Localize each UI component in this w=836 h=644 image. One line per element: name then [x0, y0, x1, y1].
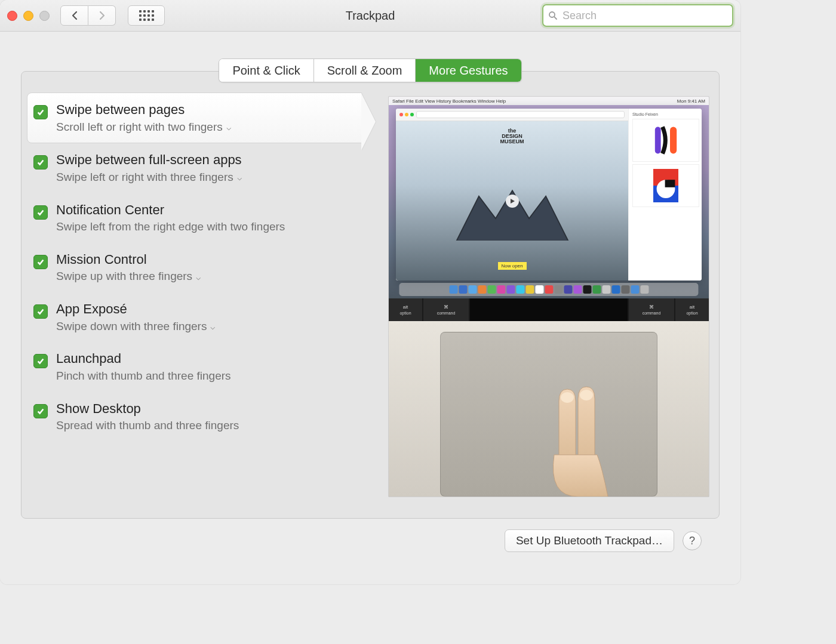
preview-dock: [399, 283, 698, 296]
minimize-button[interactable]: [23, 11, 33, 21]
setup-bluetooth-button[interactable]: Set Up Bluetooth Trackpad…: [505, 529, 674, 552]
gesture-subtitle-menu[interactable]: Swipe left or right with three fingers⌵: [56, 170, 356, 185]
gesture-subtitle-menu[interactable]: Swipe up with three fingers⌵: [56, 269, 356, 284]
svg-line-1: [554, 17, 557, 19]
checkbox[interactable]: [33, 205, 48, 220]
preview-hand-icon: [542, 383, 614, 497]
key-command: ⌘command: [629, 298, 674, 321]
footer: Set Up Bluetooth Trackpad… ?: [21, 519, 720, 566]
preview-site-title: the DESIGN MUSEUM: [500, 128, 524, 144]
show-all-button[interactable]: [128, 5, 165, 26]
zoom-button: [39, 11, 50, 21]
chevron-down-icon: ⌵: [210, 321, 215, 332]
gesture-title: Launchpad: [56, 350, 356, 368]
preview-browser-toolbar: [396, 109, 628, 121]
gesture-notification-center[interactable]: Notification Center Swipe left from the …: [27, 193, 362, 243]
preview-keyboard: altoption ⌘command ⌘command altoption: [389, 298, 709, 321]
checkbox[interactable]: [33, 105, 48, 119]
key-command: ⌘command: [423, 298, 469, 321]
tab-bar: Point & Click Scroll & Zoom More Gesture…: [21, 58, 720, 82]
tab-more-gestures[interactable]: More Gestures: [416, 59, 521, 82]
preview-menubar: Safari File Edit View History Bookmarks …: [389, 97, 709, 105]
close-button[interactable]: [7, 11, 17, 21]
check-icon: [36, 258, 45, 266]
gesture-launchpad[interactable]: Launchpad Pinch with thumb and three fin…: [27, 342, 362, 392]
help-button[interactable]: ?: [683, 531, 702, 550]
gesture-mission-control[interactable]: Mission Control Swipe up with three fing…: [27, 243, 362, 292]
preview-browser-window: the DESIGN MUSEUM Now open: [396, 109, 702, 281]
gesture-swipe-pages[interactable]: Swipe between pages Scroll left or right…: [27, 93, 362, 143]
gesture-title: Swipe between full-screen apps: [56, 152, 356, 169]
titlebar: Trackpad: [0, 0, 740, 32]
check-icon: [36, 158, 45, 167]
svg-point-10: [580, 390, 593, 400]
nav-buttons: [60, 5, 116, 26]
gesture-subtitle: Pinch with thumb and three fingers: [56, 369, 356, 384]
preview-image: Safari File Edit View History Bookmarks …: [388, 96, 709, 497]
checkbox[interactable]: [33, 155, 48, 170]
chevron-down-icon: ⌵: [196, 272, 201, 282]
content-area: Point & Click Scroll & Zoom More Gesture…: [0, 32, 740, 584]
gesture-show-desktop[interactable]: Show Desktop Spread with thumb and three…: [27, 392, 362, 442]
gesture-title: Mission Control: [56, 251, 356, 269]
play-icon: [506, 195, 519, 208]
gesture-preview: Safari File Edit View History Bookmarks …: [362, 93, 719, 497]
preview-browser-sidebar: Studio Feixen: [628, 109, 702, 281]
gestures-panel: Swipe between pages Scroll left or right…: [21, 71, 720, 519]
svg-point-9: [561, 392, 574, 403]
gesture-subtitle: Spread with thumb and three fingers: [56, 418, 356, 433]
gesture-subtitle-menu[interactable]: Scroll left or right with two fingers⌵: [56, 120, 355, 135]
gesture-title: Swipe between pages: [56, 101, 355, 119]
preview-webpage: the DESIGN MUSEUM Now open: [396, 121, 628, 281]
preview-screen: Safari File Edit View History Bookmarks …: [389, 97, 709, 298]
preferences-window: Trackpad Point & Click Scroll & Zoom Mor…: [0, 0, 740, 584]
search-input[interactable]: [561, 9, 727, 23]
checkbox[interactable]: [33, 255, 48, 269]
gesture-subtitle-menu[interactable]: Swipe down with three fingers⌵: [56, 319, 356, 334]
check-icon: [36, 108, 45, 116]
check-icon: [36, 357, 45, 365]
key-alt: altoption: [675, 298, 709, 321]
traffic-lights: [7, 11, 50, 21]
preview-thumbnail: [632, 119, 699, 162]
key-alt: altoption: [389, 298, 422, 321]
chevron-left-icon: [71, 11, 78, 20]
gesture-list: Swipe between pages Scroll left or right…: [21, 93, 362, 497]
svg-rect-4: [670, 127, 677, 154]
chevron-right-icon: [99, 11, 106, 20]
checkbox[interactable]: [33, 304, 48, 319]
gesture-title: Notification Center: [56, 202, 356, 219]
svg-rect-8: [665, 180, 675, 187]
gesture-app-expose[interactable]: App Exposé Swipe down with three fingers…: [27, 292, 362, 342]
preview-thumbnail: [632, 164, 699, 207]
chevron-down-icon: ⌵: [226, 122, 231, 133]
search-icon: [548, 11, 558, 20]
preview-building-icon: [431, 185, 593, 241]
window-title: Trackpad: [346, 9, 395, 23]
tab-point-click[interactable]: Point & Click: [219, 59, 314, 82]
forward-button[interactable]: [88, 5, 116, 26]
check-icon: [36, 307, 45, 316]
check-icon: [36, 208, 45, 217]
chevron-down-icon: ⌵: [237, 172, 242, 183]
gesture-subtitle: Swipe left from the right edge with two …: [56, 220, 356, 235]
segmented-control: Point & Click Scroll & Zoom More Gesture…: [219, 58, 521, 82]
grid-icon: [139, 10, 154, 21]
check-icon: [36, 407, 45, 415]
gesture-title: Show Desktop: [56, 400, 356, 418]
checkbox[interactable]: [33, 404, 48, 418]
svg-rect-3: [655, 127, 661, 154]
back-button[interactable]: [60, 5, 88, 26]
checkbox[interactable]: [33, 354, 48, 368]
tab-scroll-zoom[interactable]: Scroll & Zoom: [314, 59, 416, 82]
preview-banner: Now open: [497, 262, 526, 270]
search-field[interactable]: [542, 4, 733, 27]
gesture-swipe-fullscreen[interactable]: Swipe between full-screen apps Swipe lef…: [27, 143, 362, 193]
gesture-title: App Exposé: [56, 301, 356, 318]
preview-trackpad: [389, 321, 709, 497]
